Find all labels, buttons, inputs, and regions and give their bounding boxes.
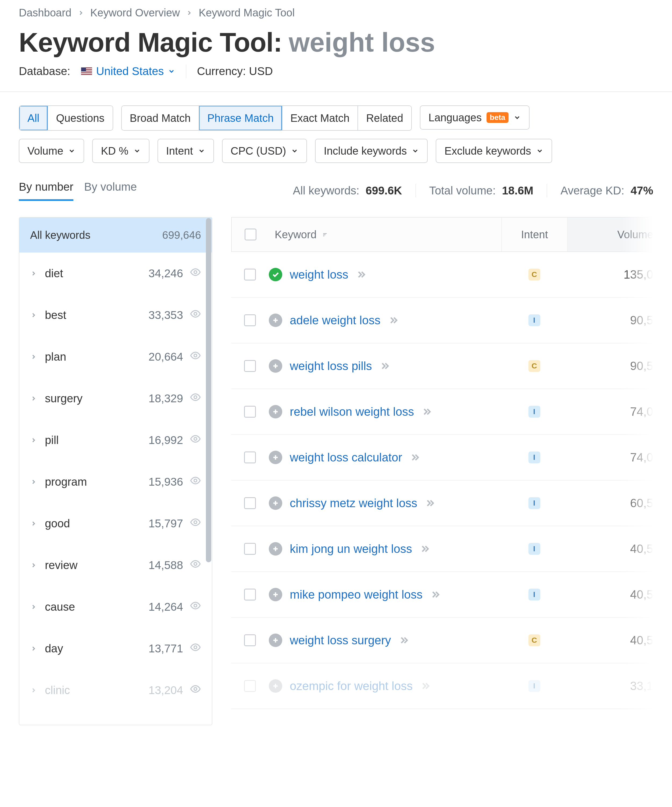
sidebar-item[interactable]: day13,771 <box>19 628 212 669</box>
keyword-link[interactable]: adele weight loss <box>290 314 381 327</box>
select-all-checkbox[interactable] <box>245 229 256 241</box>
divider <box>186 65 186 78</box>
sidebar-item[interactable]: clinic13,204 <box>19 669 212 711</box>
double-chevron-icon[interactable] <box>356 269 367 280</box>
row-checkbox[interactable] <box>244 314 256 326</box>
keyword-link[interactable]: weight loss <box>290 268 348 281</box>
col-keyword[interactable]: Keyword <box>269 229 501 241</box>
eye-icon[interactable] <box>190 266 201 280</box>
keyword-link[interactable]: mike pompeo weight loss <box>290 588 423 601</box>
sidebar-item[interactable]: pill16,992 <box>19 419 212 461</box>
keyword-link[interactable]: rebel wilson weight loss <box>290 405 414 418</box>
added-check-icon[interactable] <box>269 268 282 281</box>
sidebar-item-term: day <box>45 642 142 655</box>
row-checkbox[interactable] <box>244 452 256 463</box>
add-keyword-icon[interactable] <box>269 496 282 510</box>
sidebar-item[interactable]: program15,936 <box>19 461 212 503</box>
chevron-right-icon <box>30 476 38 488</box>
svg-point-0 <box>194 271 197 274</box>
tab-by-number[interactable]: By number <box>19 181 73 201</box>
chevron-down-icon <box>68 145 76 157</box>
keyword-link[interactable]: chrissy metz weight loss <box>290 496 417 510</box>
filter-cpc-usd-[interactable]: CPC (USD) <box>222 139 307 163</box>
row-checkbox[interactable] <box>244 497 256 509</box>
filter-exact-match[interactable]: Exact Match <box>282 106 358 130</box>
eye-icon[interactable] <box>190 683 201 697</box>
keyword-link[interactable]: ozempic for weight loss <box>290 679 413 693</box>
breadcrumb-item[interactable]: Keyword Overview <box>90 7 180 19</box>
add-keyword-icon[interactable] <box>269 359 282 373</box>
sidebar-item-count: 33,353 <box>149 309 183 322</box>
sidebar-item[interactable]: diet34,246 <box>19 252 212 294</box>
add-keyword-icon[interactable] <box>269 542 282 556</box>
double-chevron-icon[interactable] <box>399 635 409 646</box>
double-chevron-icon[interactable] <box>410 452 420 463</box>
filter-intent[interactable]: Intent <box>158 139 214 163</box>
keyword-link[interactable]: weight loss calculator <box>290 451 402 464</box>
filter-related[interactable]: Related <box>358 106 411 130</box>
add-keyword-icon[interactable] <box>269 314 282 327</box>
col-volume[interactable]: Volume <box>567 218 653 251</box>
database-selector[interactable]: United States <box>81 65 175 78</box>
languages-filter[interactable]: Languages beta <box>420 105 529 130</box>
add-keyword-icon[interactable] <box>269 634 282 647</box>
volume-cell: 40,5 <box>567 634 653 647</box>
keyword-link[interactable]: kim jong un weight loss <box>290 542 412 556</box>
row-checkbox[interactable] <box>244 634 256 646</box>
filter-questions[interactable]: Questions <box>48 106 112 130</box>
row-checkbox[interactable] <box>244 406 256 418</box>
double-chevron-icon[interactable] <box>421 406 432 417</box>
add-keyword-icon[interactable] <box>269 588 282 601</box>
breadcrumb-item[interactable]: Keyword Magic Tool <box>199 7 295 19</box>
sidebar-header[interactable]: All keywords 699,646 <box>19 218 212 252</box>
sidebar-item[interactable]: cause14,264 <box>19 586 212 628</box>
double-chevron-icon[interactable] <box>388 315 399 325</box>
filter-include-keywords[interactable]: Include keywords <box>315 139 428 163</box>
eye-icon[interactable] <box>190 308 201 322</box>
sidebar-item[interactable]: surgery18,329 <box>19 377 212 419</box>
filter-kd-[interactable]: KD % <box>92 139 149 163</box>
row-checkbox[interactable] <box>244 680 256 692</box>
keyword-link[interactable]: weight loss surgery <box>290 634 391 647</box>
eye-icon[interactable] <box>190 558 201 572</box>
tab-by-volume[interactable]: By volume <box>84 181 137 201</box>
row-checkbox[interactable] <box>244 589 256 601</box>
filter-volume[interactable]: Volume <box>19 139 84 163</box>
col-intent[interactable]: Intent <box>501 218 567 251</box>
row-checkbox[interactable] <box>244 360 256 372</box>
chevron-right-icon <box>30 434 38 446</box>
scrollbar[interactable] <box>206 218 211 562</box>
intent-badge: I <box>528 314 540 326</box>
eye-icon[interactable] <box>190 516 201 530</box>
eye-icon[interactable] <box>190 392 201 405</box>
sidebar-item[interactable]: best33,353 <box>19 294 212 336</box>
eye-icon[interactable] <box>190 642 201 655</box>
row-checkbox[interactable] <box>244 543 256 555</box>
add-keyword-icon[interactable] <box>269 679 282 693</box>
double-chevron-icon[interactable] <box>430 589 441 600</box>
filter-broad-match[interactable]: Broad Match <box>122 106 199 130</box>
double-chevron-icon[interactable] <box>420 543 430 554</box>
keyword-link[interactable]: weight loss pills <box>290 359 372 373</box>
add-keyword-icon[interactable] <box>269 451 282 464</box>
filter-phrase-match[interactable]: Phrase Match <box>199 106 282 130</box>
filter-all[interactable]: All <box>19 106 48 130</box>
eye-icon[interactable] <box>190 600 201 614</box>
double-chevron-icon[interactable] <box>425 498 435 508</box>
sidebar-item[interactable]: good15,797 <box>19 503 212 544</box>
sidebar-item[interactable]: review14,588 <box>19 544 212 586</box>
sidebar-item-term: program <box>45 475 142 488</box>
chevron-right-icon <box>30 684 38 696</box>
double-chevron-icon[interactable] <box>420 681 431 691</box>
volume-cell: 33,1 <box>567 679 653 693</box>
sidebar-item-term: plan <box>45 350 142 363</box>
double-chevron-icon[interactable] <box>380 360 390 371</box>
filter-exclude-keywords[interactable]: Exclude keywords <box>436 139 552 163</box>
sidebar-item[interactable]: plan20,664 <box>19 336 212 377</box>
add-keyword-icon[interactable] <box>269 405 282 418</box>
eye-icon[interactable] <box>190 350 201 364</box>
eye-icon[interactable] <box>190 433 201 447</box>
breadcrumb-item[interactable]: Dashboard <box>19 7 71 19</box>
eye-icon[interactable] <box>190 475 201 488</box>
row-checkbox[interactable] <box>244 269 256 281</box>
